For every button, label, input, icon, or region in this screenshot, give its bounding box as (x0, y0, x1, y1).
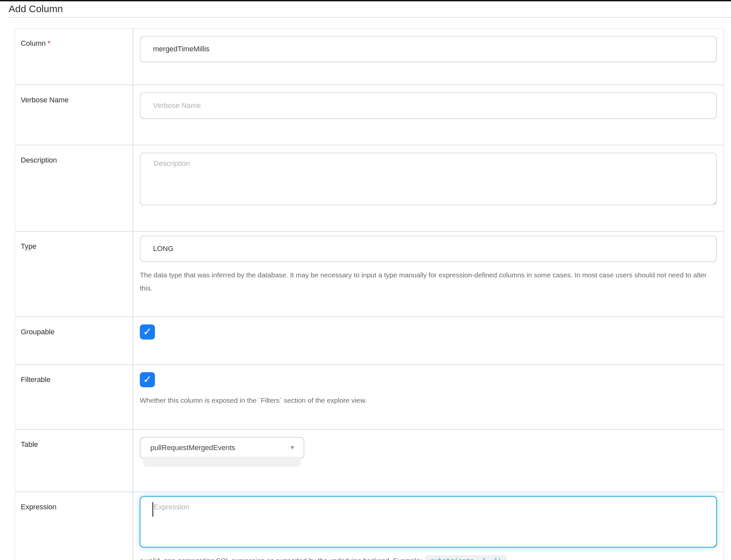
table-label-cell: Table (15, 429, 133, 492)
expression-help: a valid, non-aggregating SQL expression … (140, 554, 717, 560)
description-label: Description (21, 156, 57, 164)
verbose-name-label: Verbose Name (21, 96, 69, 104)
chevron-down-icon: ▼ (290, 445, 295, 451)
type-label: Type (21, 242, 37, 250)
check-icon: ✓ (143, 374, 152, 385)
expression-label-cell: Expression (15, 492, 133, 560)
type-control-cell: The data type that was inferred by the d… (133, 231, 724, 317)
table-select[interactable]: pullRequestMergedEvents ▼ (140, 437, 304, 459)
column-control-cell (133, 28, 724, 85)
add-column-page: Add Column Column* Verbose Name (0, 0, 731, 560)
expression-textarea[interactable] (140, 496, 717, 547)
sql-example-code: substr(name, 1, 1) (425, 555, 507, 560)
description-textarea[interactable] (140, 153, 717, 205)
expression-help-text: a valid, (140, 557, 164, 560)
table-control-cell: pullRequestMergedEvents ▼ (133, 429, 724, 492)
add-column-form: Column* Verbose Name Description (15, 28, 724, 560)
filterable-label: Filterable (21, 375, 50, 384)
required-asterisk: * (48, 39, 51, 47)
form-row-column: Column* (15, 28, 724, 85)
form-row-groupable: Groupable ✓ (15, 317, 724, 365)
form-row-filterable: Filterable ✓ Whether this column is expo… (15, 365, 724, 429)
column-input[interactable] (140, 36, 717, 62)
form-row-verbose-name: Verbose Name (15, 85, 724, 145)
expression-label: Expression (21, 503, 57, 511)
groupable-label-cell: Groupable (15, 317, 133, 365)
title-divider (9, 17, 731, 18)
description-label-cell: Description (15, 145, 133, 231)
type-help: The data type that was inferred by the d… (140, 268, 717, 295)
verbose-name-label-cell: Verbose Name (15, 85, 133, 145)
column-label: Column (21, 39, 46, 47)
groupable-checkbox[interactable]: ✓ (140, 324, 155, 340)
verbose-name-input[interactable] (140, 92, 717, 119)
text-cursor (152, 502, 153, 517)
expression-textarea-wrap (140, 496, 717, 547)
filterable-checkbox[interactable]: ✓ (140, 372, 155, 387)
groupable-label: Groupable (21, 328, 55, 336)
form-row-type: Type The data type that was inferred by … (15, 231, 724, 317)
page-title: Add Column (9, 3, 731, 14)
expression-control-cell: a valid, non-aggregating SQL expression … (133, 492, 724, 560)
expression-help-text-2: SQL expression as supported by the under… (214, 557, 424, 560)
description-control-cell (133, 145, 724, 231)
filterable-control-cell: ✓ Whether this column is exposed in the … (133, 365, 724, 429)
type-label-cell: Type (15, 231, 133, 317)
verbose-name-control-cell (133, 85, 724, 145)
type-input[interactable] (140, 236, 717, 262)
expression-help-emphasis: non-aggregating (164, 557, 214, 560)
filterable-label-cell: Filterable (15, 365, 133, 429)
top-border (0, 0, 731, 1)
form-row-expression: Expression a valid, non-aggregating SQL … (15, 492, 724, 560)
form-row-table: Table pullRequestMergedEvents ▼ (15, 429, 724, 492)
column-label-cell: Column* (15, 28, 133, 85)
filterable-help: Whether this column is exposed in the `F… (140, 394, 717, 407)
table-label: Table (21, 440, 38, 448)
table-select-value: pullRequestMergedEvents (150, 444, 235, 452)
form-row-description: Description (15, 145, 724, 231)
check-icon: ✓ (143, 326, 152, 337)
groupable-control-cell: ✓ (133, 317, 724, 365)
